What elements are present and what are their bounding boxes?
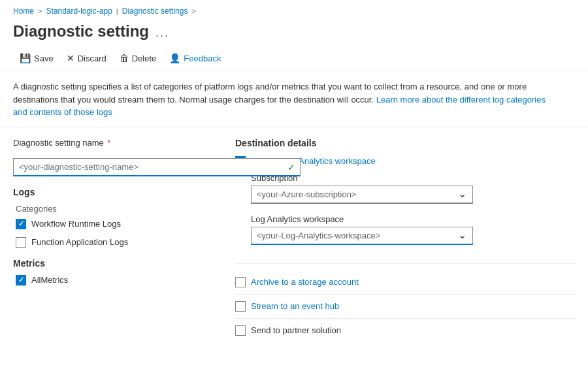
description-box: A diagnostic setting specifies a list of…	[0, 71, 562, 125]
name-input-wrapper: ✓	[13, 158, 301, 176]
breadcrumb-sep2: |	[116, 7, 118, 15]
main-content: Diagnostic setting name * ✓ Logs Categor…	[0, 129, 588, 342]
event-hub-checkbox[interactable]	[235, 301, 246, 312]
storage-label[interactable]: Archive to a storage account	[251, 277, 359, 287]
save-button[interactable]: 💾 Save	[13, 50, 60, 67]
destination-title: Destination details	[235, 138, 575, 148]
save-label: Save	[34, 54, 54, 63]
delete-icon: 🗑	[120, 53, 129, 63]
function-logs-checkbox[interactable]	[16, 237, 26, 248]
workflow-logs-row: Workflow Runtime Logs	[16, 219, 216, 229]
workspace-select[interactable]: <your-Log-Analytics-workspace>	[251, 227, 473, 245]
subscription-field-group: Subscription <your-Azure-subscription>	[251, 173, 575, 206]
storage-row: Archive to a storage account	[235, 270, 575, 295]
page-title-row: Diagnostic setting ...	[0, 20, 588, 46]
breadcrumb: Home > Standard-logic-app | Diagnostic s…	[0, 0, 588, 20]
delete-button[interactable]: 🗑 Delete	[113, 50, 163, 67]
storage-checkbox[interactable]	[235, 277, 246, 287]
ellipsis-button[interactable]: ...	[155, 26, 169, 40]
categories-label: Categories	[16, 204, 216, 214]
metrics-title: Metrics	[13, 258, 216, 269]
left-panel: Diagnostic setting name * ✓ Logs Categor…	[13, 138, 216, 342]
input-valid-icon: ✓	[287, 162, 295, 172]
save-icon: 💾	[20, 53, 31, 63]
breadcrumb-app[interactable]: Standard-logic-app	[46, 7, 112, 16]
name-field-row: Diagnostic setting name *	[13, 138, 216, 148]
subscription-select-wrapper: <your-Azure-subscription>	[251, 186, 473, 204]
function-logs-label[interactable]: Function Application Logs	[31, 237, 128, 247]
workflow-logs-checkbox[interactable]	[16, 219, 26, 229]
breadcrumb-section[interactable]: Diagnostic settings	[122, 7, 188, 16]
discard-icon: ✕	[67, 53, 74, 63]
subscription-select[interactable]: <your-Azure-subscription>	[251, 186, 473, 204]
feedback-button[interactable]: 👤 Feedback	[163, 50, 227, 67]
delete-label: Delete	[132, 54, 157, 63]
workflow-logs-label[interactable]: Workflow Runtime Logs	[31, 219, 121, 229]
name-input-wrapper-outer: ✓	[13, 158, 216, 176]
toolbar: 💾 Save ✕ Discard 🗑 Delete 👤 Feedback	[0, 46, 588, 71]
name-label: Diagnostic setting name *	[13, 138, 110, 148]
divider	[0, 127, 588, 127]
event-hub-row: Stream to an event hub	[235, 295, 575, 319]
feedback-label: Feedback	[184, 54, 221, 63]
required-marker: *	[105, 138, 111, 148]
allmetrics-label[interactable]: AllMetrics	[31, 275, 68, 285]
workspace-field-group: Log Analytics workspace <your-Log-Analyt…	[251, 214, 575, 248]
page-title: Diagnostic setting	[13, 22, 149, 41]
breadcrumb-home[interactable]: Home	[13, 7, 34, 16]
workspace-select-wrapper: <your-Log-Analytics-workspace>	[251, 227, 473, 245]
diagnostic-setting-name-input[interactable]	[13, 158, 301, 176]
discard-label: Discard	[78, 54, 106, 63]
partner-label[interactable]: Send to partner solution	[251, 325, 341, 335]
breadcrumb-sep1: >	[38, 7, 42, 15]
feedback-icon: 👤	[169, 53, 180, 63]
event-hub-label[interactable]: Stream to an event hub	[251, 301, 339, 311]
partner-row: Send to partner solution	[235, 319, 575, 342]
allmetrics-checkbox[interactable]	[16, 275, 26, 286]
partner-checkbox[interactable]	[235, 325, 246, 336]
allmetrics-row: AllMetrics	[16, 275, 216, 286]
workspace-label: Log Analytics workspace	[251, 214, 575, 224]
breadcrumb-sep3: >	[191, 7, 195, 15]
discard-button[interactable]: ✕ Discard	[60, 50, 113, 67]
logs-section-title: Logs	[13, 187, 216, 197]
function-logs-row: Function Application Logs	[16, 237, 216, 248]
metrics-section: Metrics AllMetrics	[13, 258, 216, 286]
